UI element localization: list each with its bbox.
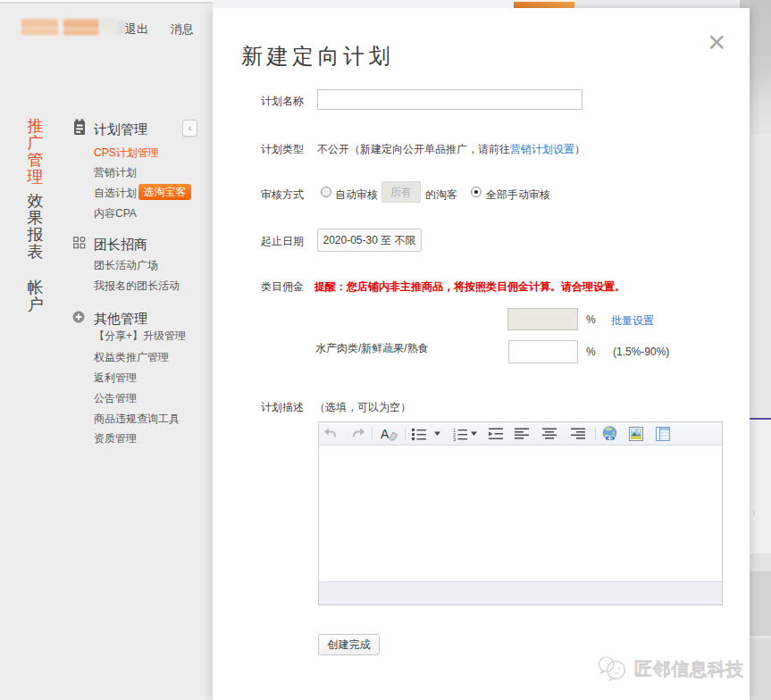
- rail-char: 户: [27, 296, 44, 312]
- watermark-logo-icon: [596, 654, 628, 682]
- rail-char: 理: [27, 169, 44, 185]
- sidebar-item[interactable]: 权益类推广管理: [94, 350, 169, 365]
- editor-toolbar: A 1 2 3: [319, 422, 722, 446]
- rail-char: 报: [27, 227, 44, 243]
- auto-review-label[interactable]: 自动审核: [335, 188, 378, 203]
- description-label: 计划描述: [261, 400, 304, 415]
- unordered-list-icon[interactable]: [412, 427, 426, 441]
- sidebar-item[interactable]: 返利管理: [94, 371, 137, 386]
- sidebar-collapse-button[interactable]: ‹: [182, 120, 197, 137]
- rail-char: 果: [27, 210, 44, 226]
- toolbar-separator: [595, 427, 596, 441]
- undo-icon[interactable]: [323, 427, 338, 441]
- commission-default-input: [507, 308, 578, 330]
- dialog-close-icon[interactable]: ×: [708, 24, 725, 60]
- date-range-label: 起止日期: [261, 234, 304, 249]
- grid-icon: [73, 237, 86, 249]
- create-complete-button[interactable]: 创建完成: [318, 634, 380, 655]
- rail-char: 帐: [27, 279, 44, 296]
- manual-review-radio[interactable]: [471, 187, 482, 197]
- plus-circle-icon: [72, 311, 85, 323]
- rich-text-editor: A 1 2 3: [318, 421, 723, 605]
- sidebar-item[interactable]: 我报名的团长活动: [94, 279, 180, 294]
- editor-content-area[interactable]: [319, 446, 722, 581]
- sliver-block: [750, 571, 771, 636]
- marketing-plan-settings-link[interactable]: 营销计划设置: [510, 143, 574, 155]
- logout-link[interactable]: 退出: [125, 21, 148, 38]
- link-icon[interactable]: [602, 426, 618, 443]
- rail-char: 推: [27, 118, 44, 134]
- sidebar-item[interactable]: 内容CPA: [94, 206, 137, 221]
- rail-char: 管: [27, 152, 44, 168]
- chevron-down-icon[interactable]: [471, 431, 478, 437]
- auto-review-radio[interactable]: [321, 187, 331, 197]
- sliver-block: [750, 420, 771, 554]
- sidebar-item[interactable]: 【分享+】升级管理: [94, 329, 186, 344]
- sliver-block: [750, 0, 771, 55]
- align-left-icon[interactable]: [515, 427, 529, 441]
- table-icon[interactable]: [656, 427, 670, 441]
- plan-type-text: 不公开（新建定向公开单品推广，请前往: [317, 143, 510, 155]
- taoke-suffix-label: 的淘客: [425, 188, 457, 203]
- sidebar-item[interactable]: 公告管理: [94, 391, 137, 406]
- date-range-button[interactable]: 2020-05-30 至 不限: [317, 229, 422, 252]
- plan-type-value: 不公开（新建定向公开单品推广，请前往营销计划设置）: [317, 142, 585, 157]
- plan-name-input[interactable]: [317, 89, 582, 110]
- page-header-strip: [213, 0, 514, 8]
- toolbar-separator: [372, 427, 373, 441]
- taoke-badge: 选淘宝客: [138, 184, 191, 200]
- background-page-sliver: 丨: [750, 0, 771, 700]
- plan-type-label: 计划类型: [261, 142, 304, 157]
- sliver-tiny-text: 丨: [751, 509, 771, 517]
- batch-setting-link[interactable]: 批量设置: [611, 313, 654, 329]
- sliver-block: [750, 638, 771, 700]
- sidebar-item[interactable]: CPS计划管理: [94, 146, 159, 161]
- orange-tab-indicator: [514, 2, 574, 8]
- sidebar-item[interactable]: 营销计划: [94, 165, 137, 180]
- rail-char: 广: [27, 135, 44, 151]
- commission-label: 类目佣金: [261, 279, 304, 295]
- top-divider-line: [0, 2, 213, 4]
- indent-icon[interactable]: [489, 427, 504, 441]
- percent-sign: %: [586, 346, 596, 358]
- messages-link[interactable]: 消息: [171, 21, 194, 38]
- toolbar-separator: [405, 427, 406, 441]
- redo-icon[interactable]: [351, 427, 365, 441]
- percent-sign: %: [586, 313, 596, 326]
- rail-char: 表: [27, 244, 44, 260]
- svg-text:3: 3: [453, 437, 456, 441]
- sidebar-item[interactable]: 资质管理: [94, 431, 137, 446]
- redacted-username-blur: [21, 19, 58, 36]
- description-hint: （选填，可以为空）: [314, 400, 411, 415]
- image-icon[interactable]: [629, 427, 643, 441]
- ordered-list-icon[interactable]: 1 2 3: [453, 427, 467, 441]
- sliver-block: [750, 55, 771, 134]
- commission-warning: 提醒：您店铺内非主推商品，将按照类目佣金计算。请合理设置。: [314, 279, 625, 295]
- align-center-icon[interactable]: [542, 427, 557, 441]
- redacted-username-blur: [99, 19, 115, 36]
- chevron-down-icon[interactable]: [434, 431, 441, 437]
- sidebar-item[interactable]: 商品违规查询工具: [94, 412, 180, 427]
- redacted-username-blur: [117, 21, 125, 34]
- sliver-block: [750, 554, 771, 571]
- sidebar-item[interactable]: 团长活动广场: [94, 258, 158, 273]
- plan-type-text-close: ）: [574, 143, 585, 155]
- plan-name-label: 计划名称: [261, 94, 304, 109]
- remove-format-icon[interactable]: A: [381, 427, 400, 441]
- rail-char: 效: [27, 193, 44, 209]
- manual-review-label[interactable]: 全部手动审核: [486, 188, 550, 203]
- category-commission-input[interactable]: [508, 340, 578, 363]
- clipboard-icon: [74, 119, 86, 136]
- svg-text:A: A: [381, 427, 390, 441]
- align-right-icon[interactable]: [571, 427, 585, 441]
- redacted-username-blur: [63, 19, 99, 36]
- sidebar-section-title[interactable]: 团长招商: [94, 237, 147, 254]
- category-label: 水产肉类/新鲜蔬果/熟食: [315, 341, 429, 356]
- editor-status-bar: [319, 581, 722, 604]
- sidebar-section-title[interactable]: 计划管理: [94, 121, 147, 138]
- dialog-title: 新建定向计划: [241, 42, 394, 71]
- header-strip-gray: [574, 0, 740, 8]
- all-button-disabled: 所有: [381, 181, 421, 203]
- sidebar-item[interactable]: 自选计划: [94, 186, 137, 201]
- sidebar-section-title[interactable]: 其他管理: [94, 311, 147, 328]
